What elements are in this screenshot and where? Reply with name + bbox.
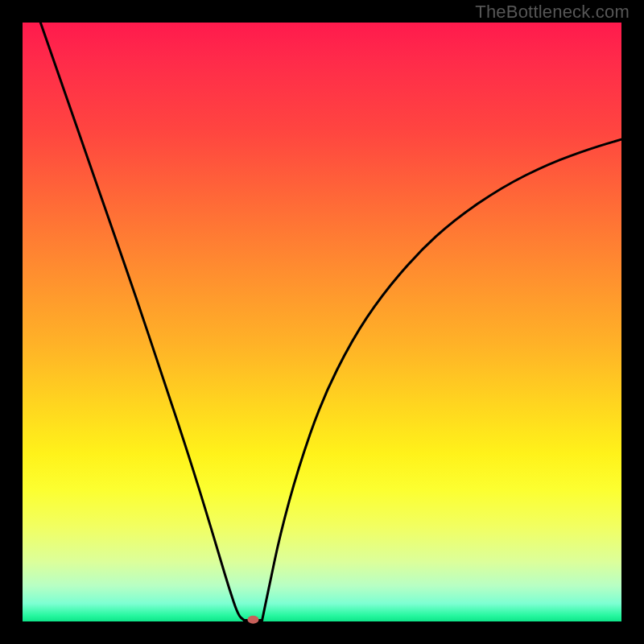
watermark-text: TheBottleneck.com — [475, 2, 630, 23]
right-branch-curve — [262, 139, 621, 620]
valley-marker — [247, 616, 258, 624]
left-branch-curve — [40, 23, 244, 621]
plot-area — [23, 23, 621, 621]
chart-frame: TheBottleneck.com — [0, 0, 644, 644]
curve-layer — [23, 23, 621, 621]
